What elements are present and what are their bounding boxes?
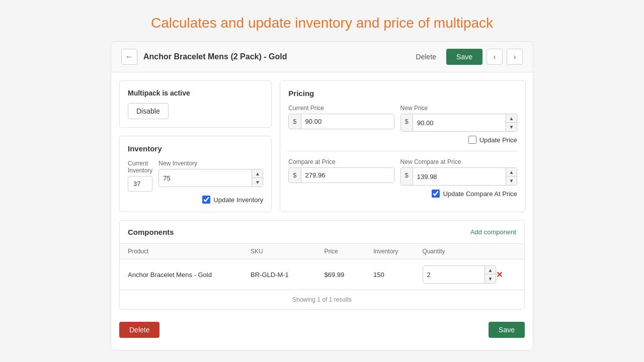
table-row: Anchor Bracelet Mens - Gold BR-GLD-M-1 $… (120, 259, 524, 290)
compare-fields-row: Compare at Price $ New Compare at Price … (288, 158, 517, 186)
multipack-status: Multipack is active (128, 89, 263, 97)
components-title: Components (128, 228, 174, 236)
nav-next-button[interactable]: › (507, 49, 523, 65)
components-header: Components Add component (120, 221, 524, 243)
new-price-input[interactable] (413, 114, 506, 131)
price-decrement-btn[interactable]: ▼ (506, 123, 517, 131)
new-price-spinner: ▲ ▼ (506, 114, 517, 131)
update-inventory-label: Update Inventory (213, 196, 263, 204)
row-quantity-wrapper: ▲ ▼ (423, 265, 496, 284)
left-panel: Multipack is active Disable Inventory Cu… (119, 80, 272, 212)
card-body: Multipack is active Disable Inventory Cu… (111, 72, 533, 350)
row-quantity-cell: ▲ ▼ (423, 265, 496, 284)
bottom-actions: Delete Save (119, 318, 525, 342)
new-inventory-label: New Inventory (158, 160, 263, 167)
new-inventory-input[interactable] (159, 169, 252, 187)
current-price-symbol: $ (289, 114, 301, 129)
update-compare-checkbox[interactable] (432, 190, 440, 198)
update-inventory-checkbox[interactable] (202, 196, 210, 204)
main-card: ← Anchor Bracelet Mens (2 Pack) - Gold D… (111, 41, 533, 350)
inventory-increment-btn[interactable]: ▲ (252, 169, 263, 178)
bottom-save-button[interactable]: Save (489, 322, 525, 338)
row-remove-cell: ✕ (496, 270, 516, 280)
new-inventory-spinner: ▲ ▼ (252, 169, 263, 187)
quantity-decrement-btn[interactable]: ▼ (485, 275, 496, 283)
inventory-fields-row: Current Inventory New Inventory ▲ ▼ (128, 160, 263, 192)
new-compare-input-wrapper: $ ▲ ▼ (400, 167, 517, 186)
table-footer: Showing 1 of 1 results (120, 290, 524, 309)
update-price-checkbox[interactable] (468, 136, 476, 144)
product-title: Anchor Bracelet Mens (2 Pack) - Gold (143, 52, 404, 61)
compare-price-input-wrapper: $ (288, 167, 394, 183)
update-compare-label: Update Compare At Price (443, 190, 517, 198)
compare-price-label: Compare at Price (288, 158, 394, 165)
multipack-section: Multipack is active Disable (119, 80, 272, 128)
compare-price-symbol: $ (289, 168, 301, 183)
update-price-row: Update Price (288, 136, 517, 144)
col-inventory: Inventory (373, 248, 423, 255)
new-inventory-group: New Inventory ▲ ▼ (158, 160, 263, 192)
compare-increment-btn[interactable]: ▲ (506, 168, 517, 176)
inventory-section: Inventory Current Inventory New Inventor… (119, 136, 272, 212)
top-row: Multipack is active Disable Inventory Cu… (119, 80, 525, 212)
quantity-increment-btn[interactable]: ▲ (485, 266, 496, 275)
current-inventory-label: Current Inventory (128, 160, 152, 174)
row-quantity-input[interactable] (423, 266, 485, 283)
bottom-delete-button[interactable]: Delete (119, 322, 159, 338)
compare-price-input (301, 168, 394, 183)
card-header: ← Anchor Bracelet Mens (2 Pack) - Gold D… (111, 42, 533, 72)
inventory-decrement-btn[interactable]: ▼ (252, 178, 263, 187)
new-compare-spinner: ▲ ▼ (506, 168, 517, 185)
components-section: Components Add component Product SKU Pri… (119, 220, 525, 310)
new-compare-input[interactable] (413, 168, 506, 185)
new-price-group: New Price $ ▲ ▼ (400, 105, 517, 132)
new-price-symbol: $ (401, 114, 413, 131)
remove-row-button[interactable]: ✕ (496, 270, 503, 280)
row-product: Anchor Bracelet Mens - Gold (128, 271, 251, 279)
col-product: Product (128, 248, 251, 255)
header-delete-button[interactable]: Delete (410, 50, 442, 64)
current-price-input-wrapper: $ (288, 114, 394, 129)
new-price-label: New Price (400, 105, 517, 112)
nav-prev-button[interactable]: ‹ (487, 49, 503, 65)
compare-decrement-btn[interactable]: ▼ (506, 176, 517, 185)
new-compare-group: New Compare at Price $ ▲ ▼ (400, 158, 517, 186)
col-sku: SKU (251, 248, 324, 255)
new-compare-label: New Compare at Price (400, 158, 517, 165)
price-increment-btn[interactable]: ▲ (506, 114, 517, 123)
page-title: Calculates and update inventory and pric… (141, 0, 503, 41)
col-price: Price (324, 248, 373, 255)
current-inventory-group: Current Inventory (128, 160, 152, 192)
update-inventory-row: Update Inventory (128, 196, 263, 204)
col-quantity: Quantity (423, 248, 496, 255)
disable-button[interactable]: Disable (128, 103, 169, 119)
multipack-status-value: active (170, 89, 190, 97)
pricing-section: Pricing Current Price $ New Price $ (280, 80, 525, 212)
row-quantity-spinner: ▲ ▼ (485, 266, 496, 283)
price-fields-row: Current Price $ New Price $ ▲ (288, 105, 517, 132)
update-compare-row: Update Compare At Price (288, 190, 517, 198)
add-component-link[interactable]: Add component (470, 228, 516, 236)
new-price-input-wrapper: $ ▲ ▼ (400, 114, 517, 132)
current-price-label: Current Price (288, 105, 394, 112)
update-price-label: Update Price (479, 136, 517, 144)
new-inventory-input-wrapper: ▲ ▼ (158, 169, 263, 187)
current-price-input (301, 114, 394, 129)
back-button[interactable]: ← (121, 49, 137, 65)
header-save-button[interactable]: Save (446, 49, 482, 65)
table-header: Product SKU Price Inventory Quantity (120, 243, 524, 259)
compare-price-group: Compare at Price $ (288, 158, 394, 186)
row-sku: BR-GLD-M-1 (251, 271, 324, 279)
current-inventory-input (128, 176, 152, 192)
header-actions: Delete Save ‹ › (410, 49, 523, 65)
current-price-group: Current Price $ (288, 105, 394, 132)
pricing-title: Pricing (288, 89, 517, 98)
inventory-title: Inventory (128, 144, 263, 153)
row-price: $69.99 (324, 271, 373, 279)
row-inventory: 150 (373, 271, 423, 279)
col-actions (496, 248, 516, 255)
new-compare-symbol: $ (401, 168, 413, 185)
